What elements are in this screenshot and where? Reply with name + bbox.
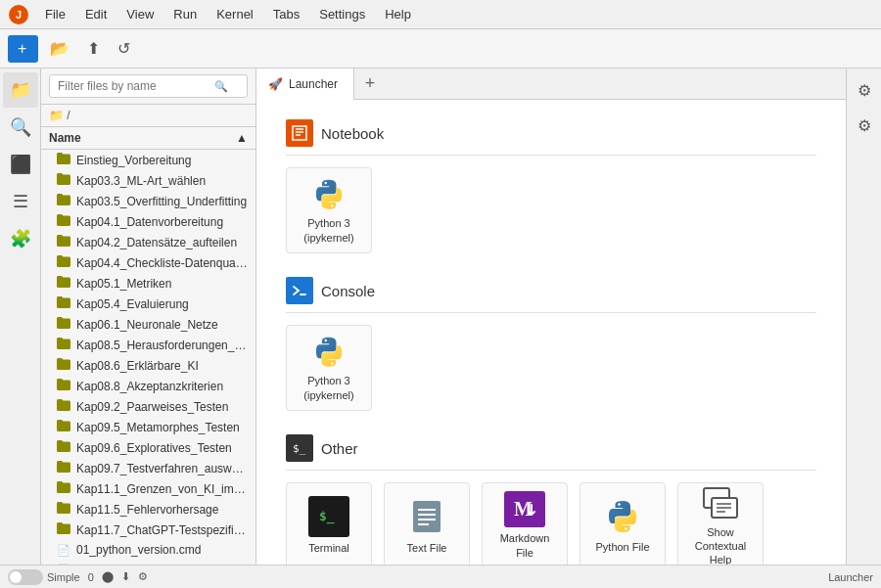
- file-item-name: Kap11.5_Fehlervorhersage: [76, 503, 218, 517]
- file-item[interactable]: Kap11.1_Grenzen_von_KI_im_Test: [41, 478, 255, 499]
- list-icon: ☰: [13, 191, 28, 212]
- new-launcher-button[interactable]: +: [8, 35, 38, 63]
- file-item[interactable]: Einstieg_Vorbereitung: [41, 150, 255, 170]
- gear-icon: ⚙: [858, 81, 871, 100]
- breadcrumb: 📁 /: [41, 105, 255, 127]
- left-sidebar-icons: 📁 🔍 ⬛ ☰ 🧩: [0, 68, 41, 565]
- menu-help[interactable]: Help: [377, 5, 419, 23]
- menu-settings[interactable]: Settings: [311, 5, 373, 23]
- other-section-title: Other: [321, 440, 358, 457]
- launcher-item-markdown[interactable]: M Markdown File: [482, 482, 568, 565]
- toolbar: + 📂 ⬆ ↺: [0, 29, 881, 68]
- tabs-bar: 🚀 Launcher +: [256, 68, 846, 100]
- file-item[interactable]: Kap03.5_Overfitting_Underfitting: [41, 191, 255, 211]
- file-item[interactable]: Kap09.5_Metamorphes_Testen: [41, 417, 255, 437]
- svg-point-15: [618, 503, 621, 506]
- tab-add-button[interactable]: +: [354, 68, 386, 100]
- folder-icon: [57, 235, 70, 249]
- file-item[interactable]: 📄01_python_version.cmd: [41, 540, 255, 560]
- right-icon-settings2[interactable]: ⚙: [849, 110, 880, 141]
- tab-launcher[interactable]: 🚀 Launcher: [256, 68, 354, 100]
- right-icon-settings[interactable]: ⚙: [849, 74, 880, 106]
- menu-edit[interactable]: Edit: [77, 5, 115, 23]
- sidebar-icon-search[interactable]: 🔍: [3, 110, 38, 145]
- launcher-item-pythonfile[interactable]: Python File: [580, 482, 666, 565]
- file-item[interactable]: Kap11.7_ChatGPT-Testspezifikation: [41, 520, 255, 540]
- launcher-item-python3-console[interactable]: Python 3(ipykernel): [286, 325, 372, 411]
- menu-view[interactable]: View: [118, 5, 162, 23]
- file-item[interactable]: Kap03.3_ML-Art_wählen: [41, 170, 255, 191]
- svg-text:J: J: [16, 9, 22, 21]
- terminal-icon: $_: [308, 496, 349, 537]
- open-folder-button[interactable]: 📂: [44, 35, 75, 62]
- sidebar-icon-list[interactable]: ☰: [3, 184, 38, 219]
- status-icon-cog: ⚙: [138, 570, 148, 583]
- folder-icon: [57, 502, 70, 517]
- svg-rect-9: [413, 501, 440, 532]
- console-section-header: Console: [286, 277, 816, 313]
- file-item[interactable]: Kap04.1_Datenvorbereitung: [41, 211, 255, 232]
- other-section-header: $_ Other: [286, 434, 816, 471]
- folder-icon: [57, 461, 70, 475]
- file-item[interactable]: Kap08.5_Herausforderungen_im_Test: [41, 335, 255, 355]
- launcher-item-help[interactable]: Show Contextual Help: [677, 482, 764, 565]
- folder-icon: [57, 379, 70, 393]
- launcher-section-notebook: Notebook: [286, 119, 816, 253]
- upload-button[interactable]: ⬆: [81, 35, 106, 62]
- sidebar-icon-files[interactable]: 📁: [3, 72, 38, 108]
- right-sidebar: ⚙ ⚙: [846, 68, 881, 565]
- file-item[interactable]: Kap06.1_Neuronale_Netze: [41, 314, 255, 335]
- simple-toggle-switch[interactable]: [8, 569, 43, 585]
- svg-point-3: [325, 182, 327, 184]
- file-list-sort-icon[interactable]: ▲: [236, 131, 248, 145]
- simple-mode-toggle: Simple: [8, 569, 80, 585]
- file-item-name: Kap09.5_Metamorphes_Testen: [76, 421, 240, 434]
- file-item[interactable]: Kap04.4_Checkliste-Datenqualität: [41, 252, 255, 273]
- file-icon: 📄: [57, 544, 70, 557]
- file-panel: 📁 / Name ▲ Einstieg_VorbereitungKap03.3_…: [41, 68, 256, 565]
- other-items: $_ Terminal: [286, 482, 816, 565]
- launcher-item-terminal[interactable]: $_ Terminal: [286, 482, 372, 565]
- main-area: 🚀 Launcher +: [256, 68, 846, 565]
- folder-icon: [57, 276, 70, 291]
- file-item[interactable]: Kap09.7_Testverfahren_auswählen: [41, 458, 255, 478]
- file-item-name: Kap06.1_Neuronale_Netze: [76, 318, 218, 332]
- search-wrap: [49, 74, 248, 98]
- folder-icon: [57, 399, 70, 414]
- svg-text:$_: $_: [319, 509, 335, 524]
- file-item[interactable]: Kap05.1_Metriken: [41, 273, 255, 294]
- folder-icon: [57, 317, 70, 332]
- file-item-name: Kap04.2_Datensätze_aufteilen: [76, 236, 237, 249]
- file-item-name: Kap03.3_ML-Art_wählen: [76, 174, 206, 188]
- launcher-item-textfile[interactable]: Text File: [384, 482, 470, 565]
- file-item-name: Kap04.1_Datenvorbereitung: [76, 215, 223, 229]
- file-item-name: Einstieg_Vorbereitung: [76, 154, 191, 167]
- file-item[interactable]: Kap11.5_Fehlervorhersage: [41, 499, 255, 520]
- file-item[interactable]: Kap05.4_Evaluierung: [41, 294, 255, 314]
- file-item[interactable]: Kap09.6_Exploratives_Testen: [41, 437, 255, 458]
- menu-file[interactable]: File: [37, 5, 73, 23]
- file-item-name: Kap05.1_Metriken: [76, 277, 171, 291]
- refresh-button[interactable]: ↺: [112, 35, 136, 62]
- launcher-content: Notebook: [256, 100, 846, 565]
- sidebar-icon-extensions[interactable]: 🧩: [3, 221, 38, 256]
- svg-text:$_: $_: [293, 442, 306, 455]
- plus-icon: +: [18, 40, 26, 58]
- menu-tabs[interactable]: Tabs: [265, 5, 307, 23]
- file-item[interactable]: Kap08.8_Akzeptanzkriterien: [41, 376, 255, 396]
- notebook-section-icon: [286, 119, 313, 147]
- tab-launcher-label: Launcher: [289, 77, 338, 91]
- launcher-item-python3-notebook[interactable]: Python 3(ipykernel): [286, 167, 372, 253]
- file-item[interactable]: Kap04.2_Datensätze_aufteilen: [41, 232, 255, 252]
- menubar: J File Edit View Run Kernel Tabs Setting…: [0, 0, 881, 29]
- file-item[interactable]: Kap08.6_Erklärbare_KI: [41, 355, 255, 376]
- sidebar-icon-git[interactable]: ⬛: [3, 147, 38, 182]
- help-label: Show Contextual Help: [686, 525, 755, 565]
- menu-kernel[interactable]: Kernel: [209, 5, 261, 23]
- menu-run[interactable]: Run: [165, 5, 205, 23]
- file-item[interactable]: Kap09.2_Paarweises_Testen: [41, 396, 255, 417]
- file-list-name-header: Name: [49, 131, 81, 145]
- refresh-icon: ↺: [117, 39, 130, 58]
- search-input[interactable]: [49, 74, 248, 98]
- console-section-icon: [286, 277, 313, 304]
